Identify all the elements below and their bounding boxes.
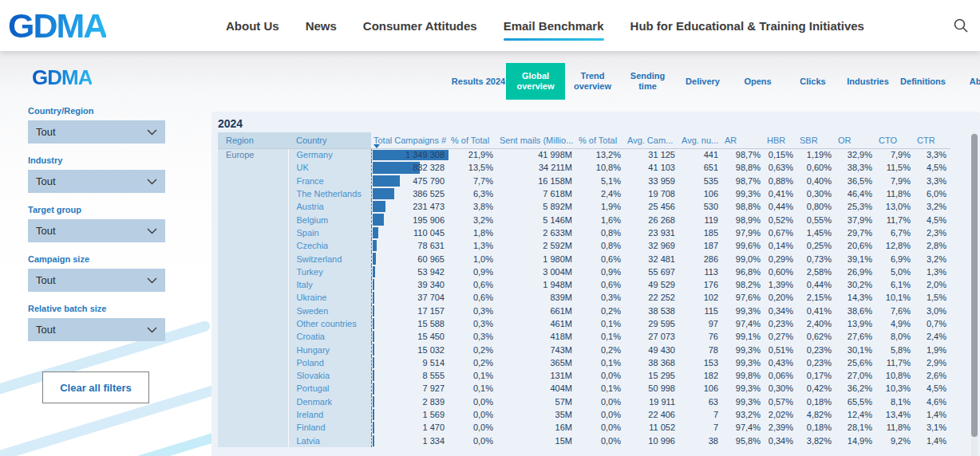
filter-dropdown-campaign-size[interactable]: Tout <box>28 269 165 292</box>
country-cell[interactable]: Spain <box>288 226 371 239</box>
metric-cell[interactable]: 743M <box>497 343 576 356</box>
metric-cell[interactable]: 6,0% <box>915 187 950 200</box>
metric-cell[interactable]: 46,4% <box>836 187 876 200</box>
country-cell[interactable]: Other countries <box>288 317 371 330</box>
metric-cell[interactable]: 97,4% <box>722 421 765 434</box>
metric-cell[interactable]: 0,23% <box>765 317 797 330</box>
metric-cell[interactable]: 4,5% <box>915 213 950 226</box>
metric-cell[interactable]: 0,34% <box>765 434 797 447</box>
column-header-hbr[interactable]: HBR <box>765 132 797 148</box>
country-cell[interactable]: France <box>288 175 371 187</box>
column-header-cto[interactable]: CTO <box>876 132 915 148</box>
country-cell[interactable]: The Netherlands <box>288 187 371 200</box>
country-cell[interactable]: Portugal <box>288 382 371 395</box>
metric-cell[interactable]: 0,18% <box>797 421 836 434</box>
metric-cell[interactable]: 182 <box>679 369 722 382</box>
metric-cell[interactable]: 1,0% <box>449 252 497 265</box>
metric-cell[interactable]: 0,51% <box>765 343 797 356</box>
clear-filters-button[interactable]: Clear all filters <box>42 371 149 403</box>
metric-cell[interactable]: 99,3% <box>722 382 765 395</box>
metric-cell[interactable]: 3,3% <box>915 175 950 187</box>
metric-cell[interactable]: 535 <box>679 175 722 187</box>
metric-cell[interactable]: 38 368 <box>625 356 679 369</box>
metric-cell[interactable]: 23 931 <box>625 226 679 239</box>
metric-cell[interactable]: 2 592M <box>497 239 576 252</box>
metric-cell[interactable]: 3,2% <box>915 200 950 213</box>
region-cell[interactable] <box>218 408 288 421</box>
column-header-region[interactable]: Region <box>218 132 288 148</box>
metric-cell[interactable]: 0,20% <box>765 291 797 304</box>
metric-cell[interactable]: 3,8% <box>449 200 497 213</box>
metric-cell[interactable]: 12,4% <box>836 408 876 421</box>
metric-cell[interactable]: 365M <box>497 356 576 369</box>
column-header-total-campaigns[interactable]: Total Campaigns # <box>371 132 449 148</box>
region-cell[interactable] <box>218 239 288 252</box>
metric-cell[interactable]: 98,8% <box>722 200 765 213</box>
metric-cell[interactable]: 286 <box>679 252 722 265</box>
metric-cell[interactable]: 0,3% <box>449 317 497 330</box>
total-campaigns-cell[interactable]: 386 525 <box>371 187 449 200</box>
metric-cell[interactable]: 55 697 <box>625 265 679 278</box>
metric-cell[interactable]: 97,9% <box>722 226 765 239</box>
metric-cell[interactable]: 1,6% <box>576 213 625 226</box>
column-header-ctr[interactable]: CTR <box>915 132 950 148</box>
metric-cell[interactable]: 35M <box>497 408 576 421</box>
metric-cell[interactable]: 16M <box>497 421 576 434</box>
metric-cell[interactable]: 98,9% <box>722 213 765 226</box>
column-header-avg-cam[interactable]: Avg. Cam... <box>625 132 679 148</box>
metric-cell[interactable]: 30,1% <box>836 343 876 356</box>
metric-cell[interactable]: 0,40% <box>797 175 836 187</box>
metric-cell[interactable]: 113 <box>679 265 722 278</box>
metric-cell[interactable]: 0,06% <box>765 369 797 382</box>
metric-cell[interactable]: 1,8% <box>449 226 497 239</box>
column-header-avg-nu[interactable]: Avg. nu... <box>679 132 722 148</box>
metric-cell[interactable]: 36,2% <box>836 382 876 395</box>
metric-cell[interactable]: 461M <box>497 317 576 330</box>
metric-cell[interactable]: 28,1% <box>836 421 876 434</box>
metric-cell[interactable]: 99,3% <box>722 187 765 200</box>
total-campaigns-cell[interactable]: 37 704 <box>371 291 449 304</box>
metric-cell[interactable]: 1,4% <box>915 434 950 447</box>
metric-cell[interactable]: 5,1% <box>576 175 625 187</box>
metric-cell[interactable]: 102 <box>679 291 722 304</box>
metric-cell[interactable]: 119 <box>679 213 722 226</box>
country-cell[interactable]: Italy <box>288 278 371 291</box>
country-cell[interactable]: Austria <box>288 200 371 213</box>
site-logo[interactable]: GDMA <box>8 6 106 45</box>
metric-cell[interactable]: 5,0% <box>876 265 915 278</box>
region-cell[interactable] <box>218 200 288 213</box>
region-cell[interactable] <box>218 343 288 356</box>
metric-cell[interactable]: 10,1% <box>876 291 915 304</box>
metric-cell[interactable]: 1 948M <box>497 278 576 291</box>
metric-cell[interactable]: 6,9% <box>876 252 915 265</box>
country-cell[interactable]: Ireland <box>288 408 371 421</box>
metric-cell[interactable]: 1 980M <box>497 252 576 265</box>
metric-cell[interactable]: 2,3% <box>915 226 950 239</box>
total-campaigns-cell[interactable]: 1 349 308 <box>371 148 449 161</box>
metric-cell[interactable]: 0,14% <box>765 239 797 252</box>
metric-cell[interactable]: 57M <box>497 395 576 408</box>
region-cell[interactable] <box>218 226 288 239</box>
metric-cell[interactable]: 6,1% <box>876 278 915 291</box>
metric-cell[interactable]: 98,2% <box>722 278 765 291</box>
metric-cell[interactable]: 39,1% <box>836 252 876 265</box>
metric-cell[interactable]: 1,39% <box>765 278 797 291</box>
metric-cell[interactable]: 11,8% <box>876 187 915 200</box>
metric-cell[interactable]: 0,1% <box>449 369 497 382</box>
metric-cell[interactable]: 38 <box>679 434 722 447</box>
metric-cell[interactable]: 0,25% <box>797 239 836 252</box>
tab-clicks[interactable]: Clicks <box>785 63 840 100</box>
metric-cell[interactable]: 78 <box>679 343 722 356</box>
metric-cell[interactable]: 0,52% <box>765 213 797 226</box>
metric-cell[interactable]: 3,3% <box>915 148 950 161</box>
country-cell[interactable]: Slovakia <box>288 369 371 382</box>
metric-cell[interactable]: 0,0% <box>449 395 497 408</box>
total-campaigns-cell[interactable]: 231 473 <box>371 200 449 213</box>
metric-cell[interactable]: 0,29% <box>765 252 797 265</box>
metric-cell[interactable]: 13,5% <box>449 161 497 174</box>
metric-cell[interactable]: 0,0% <box>449 434 497 447</box>
metric-cell[interactable]: 2,9% <box>915 356 950 369</box>
metric-cell[interactable]: 0,30% <box>797 187 836 200</box>
metric-cell[interactable]: 0,67% <box>765 226 797 239</box>
metric-cell[interactable]: 25,3% <box>836 200 876 213</box>
